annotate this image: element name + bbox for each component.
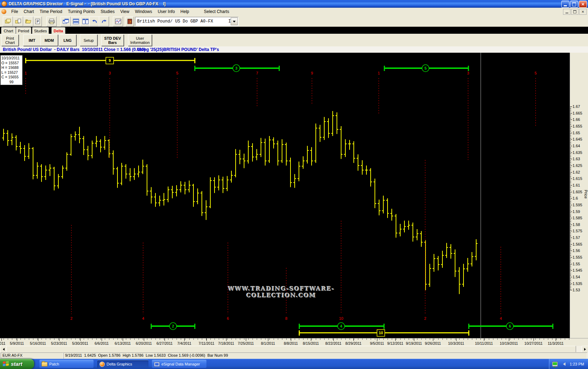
price-minor-tick — [570, 121, 571, 121]
menu-item-view[interactable]: View — [117, 8, 132, 15]
user-information-button[interactable]: User Information — [128, 34, 152, 46]
price-tick-label: 1.615 — [573, 176, 582, 181]
price-minor-tick — [570, 151, 571, 151]
menu-item-file[interactable]: File — [8, 8, 21, 15]
turning-point-number: 3 — [109, 71, 111, 75]
cascade-windows-icon[interactable] — [60, 17, 71, 26]
price-minor-tick — [570, 188, 571, 188]
network-icon[interactable] — [552, 362, 558, 367]
minimize-button[interactable] — [561, 1, 569, 8]
price-minor-tick — [570, 162, 571, 162]
price-major-tick — [570, 277, 572, 277]
imt-button[interactable]: IMT — [23, 34, 41, 46]
price-minor-tick — [570, 114, 571, 115]
date-tick-label: 5/23/2011 — [51, 341, 67, 345]
turning-point-number: 3 — [467, 71, 469, 75]
restore-button[interactable] — [570, 1, 578, 8]
menu-item-user-info[interactable]: User Info — [155, 8, 178, 15]
mdi-window-controls: ✕ — [563, 9, 587, 15]
horizontal-scrollbar[interactable] — [0, 346, 588, 352]
scroll-left-button[interactable] — [0, 346, 7, 353]
price-minor-tick — [570, 247, 571, 247]
price-major-tick — [570, 198, 572, 199]
setup-button[interactable]: Setup — [80, 34, 97, 46]
info-close: C = 15655 — [1, 75, 21, 80]
price-tick-label: 1.66 — [573, 117, 580, 122]
price-minor-tick — [570, 286, 571, 286]
price-tick-label: 1.55 — [573, 262, 580, 266]
menu-item-windows[interactable]: Windows — [132, 8, 155, 15]
undo-icon[interactable] — [89, 17, 100, 26]
taskbar: start 1:23 PM PatchDelta GraphicseSignal… — [0, 359, 588, 369]
menu-item-time-period[interactable]: Time Period — [37, 8, 65, 15]
price-minor-tick — [570, 109, 571, 109]
tab-studies[interactable]: Studies — [32, 27, 49, 34]
price-minor-tick — [570, 260, 571, 260]
tab-period[interactable]: Period — [16, 27, 31, 34]
price-tick-label: 1.535 — [573, 281, 582, 286]
scrollbar-thumb[interactable] — [6, 346, 576, 353]
volume-icon[interactable] — [561, 362, 565, 366]
date-major-tick — [291, 338, 291, 341]
std-dev-bars-button[interactable]: STD DEV Bars — [101, 34, 124, 46]
scroll-right-button[interactable] — [582, 346, 588, 353]
price-minor-tick — [570, 207, 571, 208]
taskbar-button-delta-graphics[interactable]: Delta Graphics — [97, 360, 148, 368]
chart-settings-icon[interactable] — [113, 17, 123, 26]
print-icon[interactable] — [46, 17, 57, 26]
menu-item-turning-points[interactable]: Turning Points — [65, 8, 98, 15]
price-major-tick — [570, 113, 572, 114]
exit-door-icon[interactable] — [126, 17, 134, 26]
date-tick-label: 5/9/2011 — [10, 341, 24, 345]
paste-page-icon[interactable]: P — [33, 17, 42, 26]
status-symbol: EUR A0-FX — [1, 352, 63, 359]
tile-vertical-icon[interactable] — [80, 17, 90, 26]
close-button[interactable]: ✕ — [579, 1, 587, 8]
menu-item-help[interactable]: Help — [178, 8, 192, 15]
menu-item-chart[interactable]: Chart — [21, 8, 37, 15]
price-minor-tick — [570, 130, 571, 130]
menu-item-studies[interactable]: Studies — [98, 8, 117, 15]
mdi-close-button[interactable]: ✕ — [579, 9, 587, 15]
price-major-tick — [570, 153, 572, 153]
redo-icon[interactable] — [99, 17, 109, 26]
price-minor-tick — [570, 168, 571, 168]
combo-dropdown-button[interactable] — [231, 18, 238, 25]
bracket-label: 4 — [340, 324, 343, 328]
price-minor-tick — [570, 221, 571, 221]
price-minor-tick — [570, 200, 571, 200]
mdm-button[interactable]: MDM — [40, 34, 58, 46]
price-tick-label: 1.645 — [573, 137, 582, 141]
open-folder-icon[interactable] — [23, 17, 33, 26]
price-minor-tick — [570, 282, 571, 283]
price-minor-tick — [570, 116, 571, 116]
date-tick-label: 7/25/2011 — [238, 341, 254, 345]
price-minor-tick — [570, 230, 571, 230]
price-minor-tick — [570, 180, 571, 180]
lng-button[interactable]: LNG — [59, 34, 76, 46]
mdi-minimize-button[interactable] — [563, 9, 570, 15]
price-minor-tick — [570, 240, 571, 241]
copy-chart-icon[interactable] — [3, 17, 13, 26]
price-axis-title: Price — [584, 190, 588, 199]
taskbar-button-esignal-data-manager[interactable]: eSignal Data Manager — [152, 360, 206, 368]
date-major-tick — [1, 338, 2, 341]
taskbar-button-patch[interactable]: Patch — [39, 360, 94, 368]
mdi-restore-button[interactable] — [571, 9, 579, 15]
price-minor-tick — [570, 201, 571, 201]
taskbar-button-label: Patch — [49, 362, 59, 366]
tab-chart[interactable]: Chart — [1, 27, 16, 34]
tab-delta[interactable]: Delta — [51, 27, 65, 34]
print-chart-button[interactable]: Print Chart — [1, 34, 19, 46]
turning-point-number: 6 — [227, 316, 229, 321]
symbol-combo[interactable]: British Pound/ US Do GBP A0-FX I — [135, 17, 238, 26]
new-page-icon[interactable] — [13, 17, 23, 26]
price-minor-tick — [570, 278, 571, 279]
tile-horizontal-icon[interactable] — [71, 17, 81, 26]
date-tick-label: 7/4/2011 — [177, 341, 191, 345]
date-tick-label: 6/20/2011 — [136, 341, 152, 345]
menu-item-select-charts[interactable]: Select Charts — [201, 8, 232, 15]
price-minor-tick — [570, 246, 571, 246]
turning-point-number: 7 — [256, 71, 258, 75]
start-button[interactable]: start — [0, 359, 34, 369]
